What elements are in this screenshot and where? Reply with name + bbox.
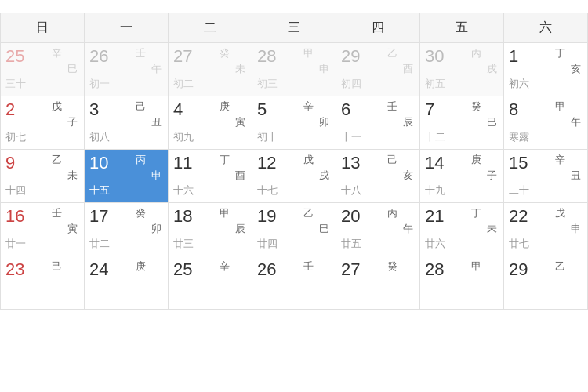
- heavenly-stem: 戊: [52, 100, 62, 114]
- heavenly-stem: 辛: [52, 46, 62, 60]
- calendar-cell-w2d4[interactable]: 13己亥十八: [336, 150, 420, 203]
- lunar-date: 十一: [341, 130, 361, 144]
- day-number: 21: [425, 206, 444, 226]
- lunar-date: 三十: [5, 77, 26, 91]
- calendar-cell-w1d5[interactable]: 7癸巳十二: [420, 96, 504, 150]
- heavenly-stem: 壬: [136, 46, 146, 60]
- heavenly-stem: 辛: [220, 260, 230, 274]
- heavenly-stem: 丙: [471, 46, 481, 60]
- lunar-date: 初三: [257, 77, 278, 91]
- calendar-cell-w0d1[interactable]: 26壬午初一: [85, 43, 169, 96]
- calendar-cell-w3d0[interactable]: 16壬寅廿一: [1, 203, 85, 256]
- heavenly-stem: 癸: [136, 206, 146, 220]
- heavenly-stem: 甲: [471, 260, 481, 274]
- calendar-cell-w1d2[interactable]: 4庚寅初九: [169, 96, 252, 150]
- calendar-cell-w0d0[interactable]: 25辛巳三十: [1, 43, 85, 96]
- calendar-cell-w4d1[interactable]: 24庚: [85, 256, 169, 310]
- day-number: 26: [89, 46, 108, 66]
- calendar-cell-w2d1[interactable]: 10丙申十五: [85, 150, 169, 203]
- calendar-cell-w3d6[interactable]: 22戊申廿七: [504, 203, 588, 256]
- calendar-cell-w2d6[interactable]: 15辛丑二十: [504, 150, 588, 203]
- calendar-cell-w3d1[interactable]: 17癸卯廿二: [85, 203, 169, 256]
- earthly-branch: 子: [67, 115, 78, 129]
- calendar-cell-w1d3[interactable]: 5辛卯初十: [252, 96, 336, 150]
- heavenly-stem: 庚: [471, 153, 481, 167]
- lunar-date: 十八: [341, 183, 361, 198]
- heavenly-stem: 庚: [136, 260, 146, 274]
- calendar-cell-w1d6[interactable]: 8甲午寒露: [504, 96, 588, 150]
- earthly-branch: 丑: [571, 169, 581, 183]
- lunar-date: 十四: [5, 183, 26, 198]
- day-number: 6: [341, 100, 350, 119]
- day-number: 1: [509, 46, 518, 66]
- calendar-cell-w4d0[interactable]: 23己: [1, 256, 85, 310]
- lunar-date: 初七: [5, 130, 26, 144]
- day-number: 28: [425, 260, 444, 279]
- calendar-cell-w4d3[interactable]: 26壬: [252, 256, 336, 310]
- heavenly-stem: 癸: [220, 46, 230, 60]
- lunar-date: 寒露: [509, 130, 529, 144]
- day-number: 13: [341, 153, 360, 172]
- heavenly-stem: 甲: [303, 46, 314, 60]
- calendar-cell-w0d2[interactable]: 27癸未初二: [169, 43, 252, 96]
- heavenly-stem: 戊: [555, 206, 565, 220]
- calendar-cell-w0d5[interactable]: 30丙戌初五: [420, 43, 504, 96]
- calendar-cell-w4d6[interactable]: 29乙: [504, 256, 588, 310]
- earthly-branch: 卯: [151, 222, 162, 236]
- earthly-branch: 亥: [571, 62, 581, 76]
- lunar-date: 十五: [89, 183, 110, 198]
- earthly-branch: 寅: [235, 115, 245, 129]
- day-number: 26: [257, 260, 276, 279]
- day-number: 17: [89, 206, 108, 226]
- calendar-cell-w0d6[interactable]: 1丁亥初六: [504, 43, 588, 96]
- lunar-date: 廿三: [173, 237, 194, 251]
- lunar-date: 十九: [425, 183, 445, 198]
- calendar-cell-w2d5[interactable]: 14庚子十九: [420, 150, 504, 203]
- calendar-cell-w3d2[interactable]: 18甲辰廿三: [169, 203, 252, 256]
- day-number: 2: [5, 100, 15, 119]
- calendar-cell-w1d0[interactable]: 2戊子初七: [1, 96, 85, 150]
- heavenly-stem: 壬: [387, 100, 397, 114]
- calendar-cell-w3d3[interactable]: 19乙巳廿四: [252, 203, 336, 256]
- weekday-header-四: 四: [336, 13, 420, 43]
- earthly-branch: 未: [235, 62, 245, 76]
- lunar-date: 初一: [89, 77, 110, 91]
- heavenly-stem: 庚: [220, 100, 230, 114]
- lunar-date: 二十: [509, 183, 529, 198]
- calendar-cell-w2d0[interactable]: 9乙未十四: [1, 150, 85, 203]
- calendar-cell-w4d4[interactable]: 27癸: [336, 256, 420, 310]
- calendar-cell-w3d4[interactable]: 20丙午廿五: [336, 203, 420, 256]
- calendar-cell-w4d2[interactable]: 25辛: [169, 256, 252, 310]
- day-number: 5: [257, 100, 267, 119]
- earthly-branch: 午: [403, 222, 413, 236]
- calendar-cell-w0d3[interactable]: 28甲申初三: [252, 43, 336, 96]
- calendar-cell-w4d5[interactable]: 28甲: [420, 256, 504, 310]
- earthly-branch: 戌: [319, 169, 329, 183]
- lunar-date: 廿七: [509, 237, 529, 251]
- day-number: 27: [341, 260, 360, 279]
- day-number: 30: [425, 46, 444, 66]
- calendar-cell-w3d5[interactable]: 21丁未廿六: [420, 203, 504, 256]
- earthly-branch: 巳: [487, 115, 497, 129]
- lunar-date: 初六: [509, 77, 529, 91]
- lunar-date: 廿四: [257, 237, 278, 251]
- earthly-branch: 戌: [487, 62, 497, 76]
- day-number: 24: [89, 260, 108, 279]
- calendar-cell-w1d4[interactable]: 6壬辰十一: [336, 96, 420, 150]
- heavenly-stem: 己: [136, 100, 146, 114]
- calendar-cell-w2d2[interactable]: 11丁酉十六: [169, 150, 252, 203]
- lunar-date: 初五: [425, 77, 445, 91]
- day-number: 20: [341, 206, 360, 226]
- lunar-date: 十七: [257, 183, 278, 198]
- earthly-branch: 巳: [319, 222, 329, 236]
- heavenly-stem: 乙: [387, 46, 397, 60]
- calendar-cell-w1d1[interactable]: 3己丑初八: [85, 96, 169, 150]
- heavenly-stem: 戊: [303, 153, 314, 167]
- calendar-cell-w0d4[interactable]: 29乙酉初四: [336, 43, 420, 96]
- earthly-branch: 辰: [235, 222, 245, 236]
- calendar-cell-w2d3[interactable]: 12戊戌十七: [252, 150, 336, 203]
- earthly-branch: 申: [571, 222, 581, 236]
- lunar-date: 廿五: [341, 237, 361, 251]
- earthly-branch: 寅: [67, 222, 78, 236]
- heavenly-stem: 乙: [555, 260, 565, 274]
